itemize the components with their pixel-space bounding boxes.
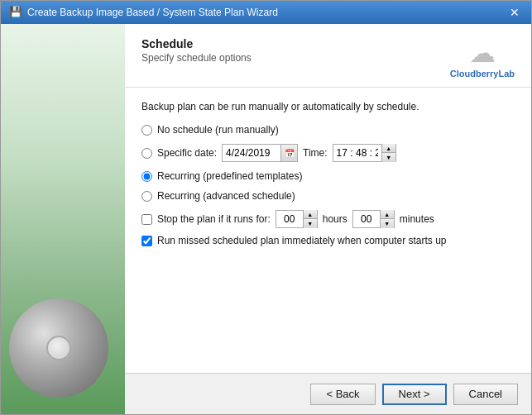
calendar-button[interactable]: 📅 bbox=[280, 145, 297, 161]
disc-image bbox=[9, 298, 108, 398]
header-titles: Schedule Specify schedule options bbox=[141, 37, 252, 64]
title-text: Create Backup Image Based / System State… bbox=[27, 7, 278, 18]
minutes-spin-group: ▲ ▼ bbox=[380, 210, 394, 228]
page-subheading: Specify schedule options bbox=[141, 52, 252, 64]
hours-input-group: ▲ ▼ bbox=[276, 210, 318, 228]
time-spin-group: ▲ ▼ bbox=[381, 144, 395, 162]
hours-up-button[interactable]: ▲ bbox=[304, 210, 317, 219]
wizard-window: 💾 Create Backup Image Based / System Sta… bbox=[0, 0, 532, 415]
recurring-advanced-option: Recurring (advanced schedule) bbox=[141, 190, 515, 202]
hours-spin-group: ▲ ▼ bbox=[303, 210, 317, 228]
time-input-group: ▲ ▼ bbox=[333, 144, 396, 162]
time-input[interactable] bbox=[333, 145, 381, 161]
specific-date-row: Specific date: 📅 Time: ▲ ▼ bbox=[141, 144, 515, 162]
recurring-predefined-label: Recurring (predefined templates) bbox=[157, 170, 302, 182]
title-bar-left: 💾 Create Backup Image Based / System Sta… bbox=[9, 6, 278, 19]
minutes-input-group: ▲ ▼ bbox=[352, 210, 395, 228]
minutes-label: minutes bbox=[400, 213, 434, 225]
disc-center bbox=[46, 336, 71, 360]
disc-decoration bbox=[9, 298, 108, 398]
info-text: Backup plan can be run manually or autom… bbox=[141, 101, 515, 112]
hours-label: hours bbox=[323, 213, 347, 225]
right-panel: Schedule Specify schedule options ☁ Clou… bbox=[125, 24, 531, 414]
close-button[interactable]: ✕ bbox=[506, 7, 523, 18]
no-schedule-label: No schedule (run manually) bbox=[157, 124, 279, 136]
recurring-predefined-radio[interactable] bbox=[141, 171, 152, 182]
header-section: Schedule Specify schedule options ☁ Clou… bbox=[125, 24, 531, 88]
time-label: Time: bbox=[303, 147, 328, 159]
logo-text-lab: Lab bbox=[498, 69, 515, 79]
page-heading: Schedule bbox=[141, 37, 252, 50]
footer: < Back Next > Cancel bbox=[125, 373, 531, 414]
date-input-group: 📅 bbox=[222, 144, 298, 162]
recurring-advanced-radio[interactable] bbox=[141, 191, 152, 202]
minutes-input[interactable] bbox=[353, 211, 380, 227]
recurring-advanced-label: Recurring (advanced schedule) bbox=[157, 190, 295, 202]
time-down-button[interactable]: ▼ bbox=[382, 153, 395, 162]
main-content: Backup plan can be run manually or autom… bbox=[125, 88, 531, 373]
run-missed-row: Run missed scheduled plan immediately wh… bbox=[141, 235, 515, 246]
no-schedule-option: No schedule (run manually) bbox=[141, 124, 515, 136]
stop-plan-checkbox[interactable] bbox=[141, 214, 152, 225]
time-up-button[interactable]: ▲ bbox=[382, 144, 395, 153]
date-input[interactable] bbox=[223, 145, 280, 161]
content-area: Schedule Specify schedule options ☁ Clou… bbox=[1, 24, 531, 414]
logo-text-cloudberry: Cloudberry bbox=[450, 69, 499, 79]
back-button[interactable]: < Back bbox=[310, 384, 375, 405]
run-missed-label: Run missed scheduled plan immediately wh… bbox=[157, 235, 447, 246]
stop-plan-label1: Stop the plan if it runs for: bbox=[157, 213, 271, 225]
hours-input[interactable] bbox=[276, 211, 303, 227]
specific-date-radio[interactable] bbox=[141, 148, 152, 159]
left-panel bbox=[1, 24, 125, 414]
no-schedule-radio[interactable] bbox=[141, 125, 152, 136]
specific-date-label: Specific date: bbox=[157, 147, 217, 159]
cancel-button[interactable]: Cancel bbox=[453, 384, 518, 405]
logo-area: ☁ CloudberryLab bbox=[450, 37, 515, 79]
app-icon: 💾 bbox=[9, 6, 22, 19]
run-missed-checkbox[interactable] bbox=[141, 236, 152, 246]
cloud-icon: ☁ bbox=[450, 37, 515, 69]
title-bar: 💾 Create Backup Image Based / System Sta… bbox=[1, 1, 531, 24]
recurring-predefined-option: Recurring (predefined templates) bbox=[141, 170, 515, 182]
hours-down-button[interactable]: ▼ bbox=[304, 219, 317, 228]
logo-text: CloudberryLab bbox=[450, 69, 515, 79]
next-button[interactable]: Next > bbox=[382, 384, 447, 405]
minutes-up-button[interactable]: ▲ bbox=[381, 210, 394, 219]
stop-plan-row: Stop the plan if it runs for: ▲ ▼ hours … bbox=[141, 210, 515, 228]
minutes-down-button[interactable]: ▼ bbox=[381, 219, 394, 228]
